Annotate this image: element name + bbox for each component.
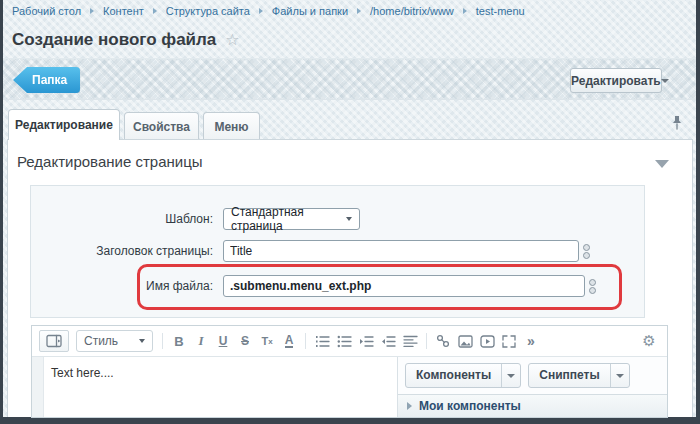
chevron-down-icon bbox=[346, 217, 352, 221]
components-button-label: Компоненты bbox=[406, 364, 501, 387]
tab-menu[interactable]: Меню bbox=[203, 112, 260, 140]
editor-content[interactable]: Text here.... bbox=[44, 357, 397, 417]
editor-body: Text here.... Компоненты Сниппеты bbox=[32, 357, 667, 417]
section-title: Редактирование страницы bbox=[17, 153, 203, 170]
components-button[interactable]: Компоненты bbox=[405, 363, 521, 388]
filename-label: Имя файла: bbox=[31, 279, 213, 293]
dots-handle-icon[interactable] bbox=[583, 244, 590, 259]
tab-properties[interactable]: Свойства bbox=[124, 112, 199, 140]
breadcrumb-separator-icon bbox=[90, 8, 94, 14]
snippets-button[interactable]: Сниппеты bbox=[528, 363, 629, 388]
template-row: Шаблон: Стандартная страница bbox=[31, 208, 360, 230]
text-color-a: A bbox=[285, 334, 294, 349]
breadcrumb-separator-icon bbox=[357, 8, 361, 14]
favorite-star-icon[interactable]: ☆ bbox=[225, 32, 239, 48]
chevron-down-icon bbox=[139, 339, 145, 343]
more-tools-icon[interactable]: » bbox=[520, 330, 542, 352]
video-icon[interactable] bbox=[476, 330, 498, 352]
bold-icon[interactable]: B bbox=[168, 330, 190, 352]
page-title-row: Создание нового файла ☆ bbox=[12, 25, 240, 55]
divider bbox=[426, 333, 427, 349]
outdent-icon[interactable] bbox=[377, 330, 399, 352]
image-icon[interactable] bbox=[454, 330, 476, 352]
divider bbox=[305, 333, 306, 349]
gear-icon[interactable]: ⚙ bbox=[638, 330, 660, 352]
style-select[interactable]: Стиль bbox=[76, 330, 153, 352]
admin-page: Рабочий стол Контент Структура сайта Фай… bbox=[3, 0, 696, 417]
italic-icon[interactable]: I bbox=[190, 330, 212, 352]
chevron-down-icon[interactable] bbox=[661, 79, 669, 83]
clear-format-icon[interactable]: Tx bbox=[256, 330, 278, 352]
template-label: Шаблон: bbox=[31, 212, 213, 226]
breadcrumb-path[interactable]: /home/bitrix/www bbox=[370, 5, 454, 17]
my-components-section[interactable]: Мои компоненты bbox=[398, 394, 667, 417]
divider bbox=[162, 333, 163, 349]
breadcrumb-test-menu[interactable]: test-menu bbox=[476, 5, 525, 17]
page-title: Создание нового файла bbox=[12, 30, 216, 50]
html-editor: Стиль B I U S Tx A bbox=[31, 325, 668, 418]
strikethrough-icon[interactable]: S bbox=[234, 330, 256, 352]
numbered-list-icon[interactable] bbox=[311, 330, 333, 352]
fullscreen-icon[interactable] bbox=[498, 330, 520, 352]
editor-gutter bbox=[32, 357, 44, 417]
collapse-section-icon[interactable] bbox=[655, 160, 669, 168]
template-select[interactable]: Стандартная страница bbox=[223, 208, 360, 230]
content-card: Редактирование страницы Шаблон: Стандарт… bbox=[7, 139, 693, 417]
chevron-down-icon[interactable] bbox=[501, 364, 520, 387]
align-left-icon[interactable] bbox=[399, 330, 421, 352]
editor-toolbar: Стиль B I U S Tx A bbox=[32, 326, 667, 357]
dots-handle-icon[interactable] bbox=[589, 279, 596, 294]
pin-icon[interactable] bbox=[670, 115, 684, 133]
tab-editing[interactable]: Редактирование bbox=[8, 109, 120, 140]
style-select-value: Стиль bbox=[84, 334, 139, 348]
text-color-icon[interactable]: A bbox=[278, 330, 300, 352]
indent-icon[interactable] bbox=[355, 330, 377, 352]
form-tabs: Редактирование Свойства Меню bbox=[8, 108, 691, 140]
breadcrumb-desktop[interactable]: Рабочий стол bbox=[12, 5, 81, 17]
clear-format-t: T bbox=[261, 335, 268, 347]
edit-button-label: Редактировать bbox=[571, 74, 661, 88]
link-icon[interactable] bbox=[432, 330, 454, 352]
page-title-label: Заголовок страницы: bbox=[31, 244, 213, 258]
action-toolbar: Папка Редактировать bbox=[3, 58, 696, 100]
chevron-right-icon bbox=[407, 402, 412, 410]
bitrix-admin-window: Рабочий стол Контент Структура сайта Фай… bbox=[0, 0, 700, 424]
filename-input[interactable] bbox=[223, 275, 585, 297]
breadcrumb: Рабочий стол Контент Структура сайта Фай… bbox=[12, 0, 525, 22]
underline-icon[interactable]: U bbox=[212, 330, 234, 352]
page-title-input[interactable] bbox=[223, 240, 579, 262]
bullet-list-icon[interactable] bbox=[333, 330, 355, 352]
template-select-value: Стандартная страница bbox=[231, 205, 346, 233]
breadcrumb-separator-icon bbox=[259, 8, 263, 14]
breadcrumb-separator-icon bbox=[153, 8, 157, 14]
edit-dropdown-button[interactable]: Редактировать bbox=[570, 68, 662, 93]
breadcrumb-site-structure[interactable]: Структура сайта bbox=[166, 5, 250, 17]
my-components-label: Мои компоненты bbox=[419, 399, 521, 413]
chevron-down-icon[interactable] bbox=[610, 364, 629, 387]
components-sidebar: Компоненты Сниппеты Мои компоненты bbox=[397, 357, 667, 417]
breadcrumb-separator-icon bbox=[463, 8, 467, 14]
filename-row: Имя файла: bbox=[31, 275, 596, 297]
components-panel-icon[interactable] bbox=[39, 330, 69, 352]
form-panel: Шаблон: Стандартная страница Заголовок с… bbox=[30, 185, 645, 318]
breadcrumb-files-folders[interactable]: Файлы и папки bbox=[272, 5, 348, 17]
page-title-row-field: Заголовок страницы: bbox=[31, 240, 590, 262]
snippets-button-label: Сниппеты bbox=[529, 364, 609, 387]
breadcrumb-content[interactable]: Контент bbox=[103, 5, 144, 17]
clear-format-x: x bbox=[268, 337, 272, 346]
folder-back-button[interactable]: Папка bbox=[13, 67, 80, 93]
sidebar-buttons: Компоненты Сниппеты bbox=[398, 357, 667, 388]
